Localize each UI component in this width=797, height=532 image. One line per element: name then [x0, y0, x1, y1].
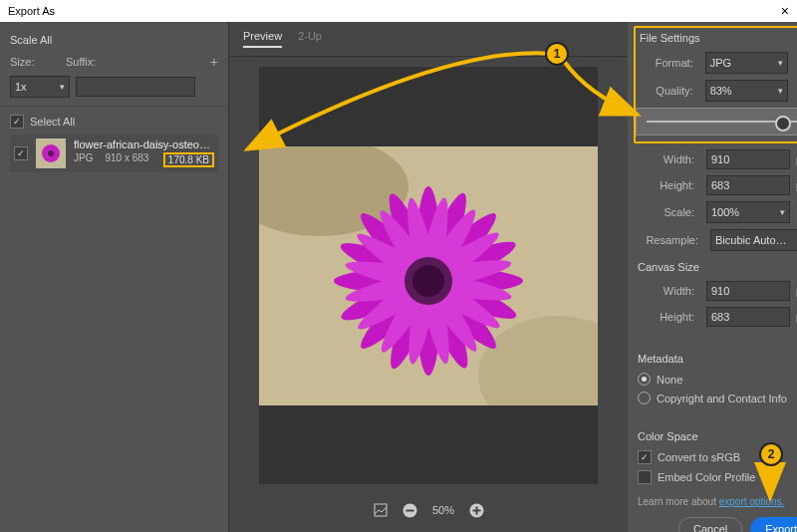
add-scale-icon[interactable]: + — [210, 54, 218, 70]
svg-rect-26 — [406, 509, 414, 511]
srgb-checkbox[interactable]: ✓ — [638, 450, 652, 464]
divider — [0, 106, 228, 107]
preview-canvas[interactable] — [259, 67, 598, 484]
quality-select[interactable]: 83% — [705, 80, 788, 102]
embed-profile-option[interactable]: Embed Color Profile — [638, 470, 797, 484]
asset-thumbnail — [36, 138, 66, 168]
color-space-heading: Color Space — [638, 430, 797, 442]
width-input[interactable] — [706, 149, 790, 169]
width-label: Width: — [641, 153, 694, 165]
suffix-input[interactable] — [76, 77, 195, 97]
size-label: Size: — [10, 56, 60, 68]
asset-meta: flower-african-daisy-osteosper… JPG 910 … — [74, 138, 214, 167]
radio-icon[interactable] — [638, 392, 651, 404]
annotation-badge-1: 1 — [545, 42, 569, 66]
tab-2up[interactable]: 2-Up — [298, 30, 322, 48]
height-label: Height: — [641, 179, 694, 191]
center-panel: Preview 2-Up — [229, 22, 628, 532]
scale-label: Scale: — [641, 206, 694, 218]
format-select[interactable]: JPG — [705, 52, 788, 74]
asset-dims: 910 x 683 — [105, 152, 148, 167]
radio-icon[interactable] — [638, 373, 651, 386]
select-all-row[interactable]: ✓ Select All — [10, 115, 218, 129]
preview-image — [259, 146, 598, 405]
svg-rect-29 — [475, 506, 477, 514]
svg-rect-24 — [375, 504, 387, 516]
select-all-label: Select All — [30, 116, 75, 128]
annotation-badge-2: 2 — [759, 442, 783, 466]
format-label: Format: — [640, 57, 693, 69]
window-title: Export As — [8, 5, 55, 17]
scale-select[interactable]: 100% — [706, 201, 790, 223]
export-button[interactable]: Export — [750, 517, 797, 532]
height-input[interactable] — [706, 175, 790, 195]
quality-label: Quality: — [640, 85, 693, 97]
zoom-controls: 50% — [229, 494, 628, 532]
asset-filename: flower-african-daisy-osteosper… — [74, 138, 214, 150]
left-panel: Scale All Size: Suffix: + 1x ✓ Select Al… — [0, 22, 229, 532]
cancel-button[interactable]: Cancel — [678, 517, 742, 532]
close-icon[interactable]: × — [781, 3, 789, 19]
dialog-body: Scale All Size: Suffix: + 1x ✓ Select Al… — [0, 22, 797, 532]
fit-screen-icon[interactable] — [373, 502, 389, 518]
asset-format: JPG — [74, 152, 93, 167]
scale-labels-row: Size: Suffix: + — [10, 54, 218, 70]
metadata-copyright-option[interactable]: Copyright and Contact Info — [638, 392, 797, 404]
dialog-buttons: Cancel Export — [638, 507, 797, 532]
select-all-checkbox[interactable]: ✓ — [10, 115, 24, 129]
svg-point-2 — [48, 150, 54, 156]
asset-checkbox[interactable]: ✓ — [14, 146, 28, 160]
tab-preview[interactable]: Preview — [243, 30, 282, 48]
titlebar: Export As × — [0, 0, 797, 22]
export-options-link[interactable]: export options. — [719, 496, 785, 507]
file-settings-group: File Settings Format: JPG Quality: 83% — [634, 26, 797, 143]
canvas-size-heading: Canvas Size — [638, 261, 797, 273]
asset-row[interactable]: ✓ flower-african-daisy-osteosper… JPG 91… — [10, 134, 218, 172]
learn-more-text: Learn more about export options. — [638, 496, 797, 507]
asset-filesize: 170.8 KB — [163, 152, 214, 167]
zoom-in-icon[interactable] — [468, 502, 484, 518]
resample-select[interactable]: Bicubic Auto… — [710, 229, 797, 251]
quality-slider[interactable] — [636, 108, 797, 135]
slider-thumb-icon[interactable] — [775, 116, 791, 132]
canvas-width-input[interactable] — [706, 281, 790, 301]
svg-point-23 — [412, 265, 444, 297]
size-select[interactable]: 1x — [10, 76, 70, 98]
file-settings-heading: File Settings — [640, 32, 797, 44]
embed-checkbox[interactable] — [638, 470, 652, 484]
scale-inputs-row: 1x — [10, 76, 218, 98]
zoom-level: 50% — [432, 504, 454, 516]
suffix-label: Suffix: — [66, 56, 96, 68]
scale-all-heading: Scale All — [10, 34, 218, 46]
zoom-out-icon[interactable] — [402, 502, 418, 518]
resample-label: Resample: — [645, 234, 698, 246]
metadata-heading: Metadata — [638, 353, 797, 365]
canvas-height-input[interactable] — [706, 307, 790, 327]
metadata-none-option[interactable]: None — [638, 373, 797, 386]
